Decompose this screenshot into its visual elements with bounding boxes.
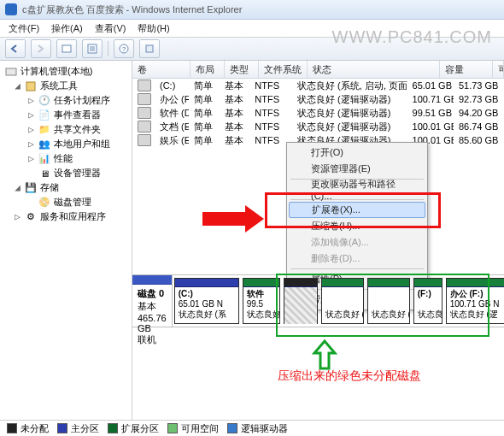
title-bar: c盘扩展教灰色 百度搜索 - Windows Internet Explorer <box>0 0 504 20</box>
cell: 99.51 GB <box>407 108 454 118</box>
tree-scheduler[interactable]: ▷🕐任务计划程序 <box>2 93 130 108</box>
tree-devmgr[interactable]: 🖥设备管理器 <box>2 166 130 180</box>
svg-rect-0 <box>62 45 71 52</box>
cell: 简单 <box>189 121 220 133</box>
cell: 100.01 GB <box>407 121 454 132</box>
col-status[interactable]: 状态 <box>308 61 440 78</box>
menu-action[interactable]: 操作(A) <box>51 22 83 35</box>
col-layout[interactable]: 布局 <box>190 61 225 78</box>
cell: NTFS <box>249 108 292 118</box>
ctx-delete: 删除卷(D)... <box>289 250 425 267</box>
ctx-mirror: 添加镜像(A)... <box>289 234 425 250</box>
cell: 简单 <box>189 134 220 147</box>
cell: NTFS <box>249 80 292 91</box>
cell: 94.20 GB <box>454 108 504 118</box>
ctx-sep <box>290 268 424 269</box>
volume-list[interactable]: (C:)简单基本NTFS状态良好 (系统, 启动, 页面文件, 活动, 主分区)… <box>132 79 504 147</box>
cell: 92.73 GB <box>454 94 504 104</box>
cell: 100.71 GB <box>407 94 454 104</box>
cell: 简单 <box>189 107 220 120</box>
cell: 基本 <box>220 93 250 106</box>
table-row[interactable]: (C:)简单基本NTFS状态良好 (系统, 启动, 页面文件, 活动, 主分区)… <box>132 79 504 92</box>
svg-rect-4 <box>146 45 153 52</box>
settings-button[interactable] <box>139 39 160 58</box>
menu-file[interactable]: 文件(F) <box>9 22 39 35</box>
partition-unallocated[interactable] <box>284 278 318 324</box>
ctx-shrink[interactable]: 压缩卷(H)... <box>289 218 425 234</box>
cell: 文档 (E:) <box>155 121 189 133</box>
volume-icon <box>138 80 151 91</box>
cell: 基本 <box>220 107 250 120</box>
legend: 未分配 主分区 扩展分区 可用空间 逻辑驱动器 <box>0 420 504 436</box>
col-volume[interactable]: 卷 <box>132 61 190 78</box>
cell: 基本 <box>220 134 250 147</box>
cell: 基本 <box>220 121 250 133</box>
cell: 状态良好 (系统, 启动, 页面文件, 活动, 主分区) <box>292 80 407 92</box>
cell: 简单 <box>189 80 220 92</box>
cell: 状态良好 (逻辑驱动器) <box>292 107 407 120</box>
nav-tree[interactable]: 计算机管理(本地) ◢系统工具 ▷🕐任务计划程序 ▷📄事件查看器 ▷📁共享文件夹… <box>0 61 132 423</box>
cell: 基本 <box>220 80 250 92</box>
partition-f1[interactable]: (F:)状态良好 (逻 <box>413 278 442 324</box>
partition-c[interactable]: (C:)65.01 GB N状态良好 (系 <box>174 278 239 324</box>
main-pane: 卷 布局 类型 文件系统 状态 容量 可用空间 (C:)简单基本NTFS状态良好… <box>132 61 504 423</box>
ctx-extend[interactable]: 扩展卷(X)... <box>289 202 425 218</box>
volume-grid-header: 卷 布局 类型 文件系统 状态 容量 可用空间 <box>132 61 504 79</box>
tree-users[interactable]: ▷👥本地用户和组 <box>2 137 130 151</box>
col-free[interactable]: 可用空间 <box>493 61 504 78</box>
ctx-change-letter[interactable]: 更改驱动器号和路径(C)... <box>289 181 425 197</box>
cell: 状态良好 (逻辑驱动器) <box>292 93 407 106</box>
cell: 86.74 GB <box>454 121 504 132</box>
tree-shares[interactable]: ▷📁共享文件夹 <box>2 122 130 137</box>
svg-text:?: ? <box>122 45 126 53</box>
forward-button[interactable] <box>31 39 51 58</box>
annotation-green-arrow <box>312 339 337 370</box>
volume-icon <box>138 134 151 146</box>
cell: 85.60 GB <box>454 135 504 145</box>
refresh-button[interactable] <box>82 39 103 58</box>
disk-label[interactable]: 磁盘 0 基本 465.76 GB 联机 <box>132 275 173 327</box>
help-button[interactable]: ? <box>114 39 134 58</box>
menu-help[interactable]: 帮助(H) <box>138 22 169 35</box>
svg-rect-6 <box>26 82 35 91</box>
cell: (C:) <box>155 80 189 91</box>
volume-icon <box>138 121 151 133</box>
cell: 65.01 GB <box>407 80 454 91</box>
partition-f2[interactable]: 办公 (F:)100.71 GB N状态良好 (逻 <box>446 278 504 324</box>
col-capacity[interactable]: 容量 <box>440 61 493 78</box>
cell: NTFS <box>249 121 292 132</box>
tree-storage[interactable]: ◢💾存储 <box>2 180 130 195</box>
tree-root[interactable]: 计算机管理(本地) <box>2 64 130 79</box>
tree-diskmgmt[interactable]: 📀磁盘管理 <box>2 195 130 209</box>
volume-icon <box>138 107 151 119</box>
ctx-explore[interactable]: 资源管理器(E) <box>289 161 425 177</box>
tree-eventviewer[interactable]: ▷📄事件查看器 <box>2 108 130 122</box>
cell: 简单 <box>189 93 220 106</box>
table-row[interactable]: 软件 (D:)简单基本NTFS状态良好 (逻辑驱动器)99.51 GB94.20… <box>132 106 504 120</box>
properties-button[interactable] <box>56 39 77 58</box>
partition-e2[interactable]: 状态良好 (逻 <box>367 278 410 324</box>
menu-view[interactable]: 查看(V) <box>95 22 126 35</box>
cell: 51.73 GB <box>454 80 504 91</box>
partition-e1[interactable]: 状态良好 (逻 <box>321 278 364 324</box>
table-row[interactable]: 办公 (F:)简单基本NTFS状态良好 (逻辑驱动器)100.71 GB92.7… <box>132 92 504 106</box>
svg-rect-5 <box>6 68 16 75</box>
tree-services[interactable]: ▷⚙服务和应用程序 <box>2 209 130 224</box>
annotation-red-arrow <box>201 202 269 236</box>
partition-d[interactable]: 软件99.5状态良好 (逻 <box>243 278 280 324</box>
ctx-open[interactable]: 打开(O) <box>289 144 425 161</box>
annotation-caption: 压缩出来的绿色未分配磁盘 <box>278 368 421 384</box>
cell: 娱乐 (E:) <box>155 134 189 147</box>
window-title: c盘扩展教灰色 百度搜索 - Windows Internet Explorer <box>22 3 242 16</box>
tree-systools[interactable]: ◢系统工具 <box>2 79 130 93</box>
back-button[interactable] <box>5 39 26 58</box>
disk-row[interactable]: 磁盘 0 基本 465.76 GB 联机 (C:)65.01 GB N状态良好 … <box>132 274 504 327</box>
ie-icon <box>5 3 17 15</box>
cell: 软件 (D:) <box>155 107 189 120</box>
menu-bar: 文件(F) 操作(A) 查看(V) 帮助(H) <box>0 20 504 38</box>
table-row[interactable]: 文档 (E:)简单基本NTFS状态良好 (逻辑驱动器)100.01 GB86.7… <box>132 120 504 133</box>
tree-perf[interactable]: ▷📊性能 <box>2 151 130 166</box>
col-type[interactable]: 类型 <box>225 61 259 78</box>
col-fs[interactable]: 文件系统 <box>259 61 308 78</box>
cell: 办公 (F:) <box>155 93 189 106</box>
